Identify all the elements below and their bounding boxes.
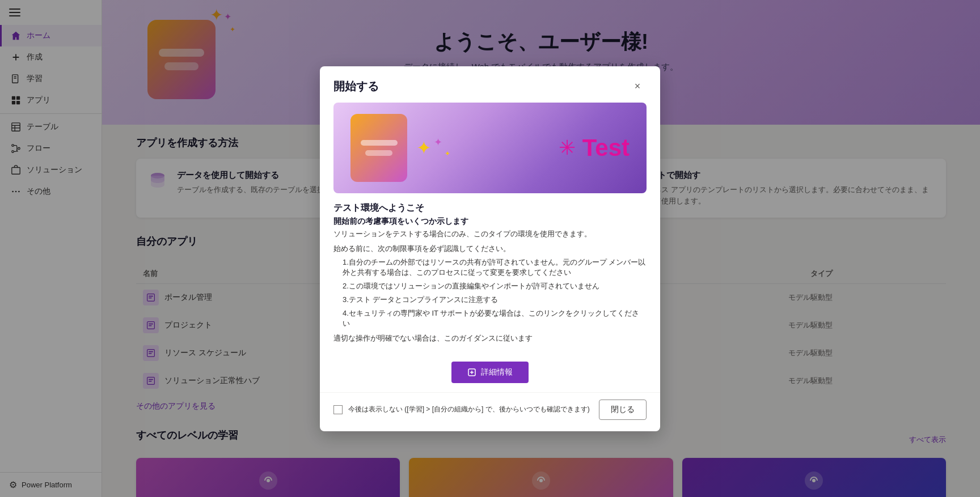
footer-checkbox[interactable] — [333, 405, 343, 414]
dialog-section-sub: 開始前の考慮事項をいくつか示します — [333, 216, 647, 227]
dialog-title: 開始する — [333, 79, 379, 94]
dialog-guidance: 適切な操作が明確でない場合は、このガイダンスに従います — [333, 333, 647, 343]
banner-sparkle-large: ✦ — [416, 137, 432, 159]
banner-bar-2 — [365, 150, 392, 156]
dialog-header: 開始する × — [320, 66, 660, 103]
dialog-banner-left: ✦ ✦ ✦ — [350, 114, 450, 182]
dialog-banner-phone — [350, 114, 407, 182]
banner-sparkle-small: ✦ — [434, 136, 442, 148]
list-item: 3.テスト データとコンプライアンスに注意する — [333, 295, 647, 305]
dialog-banner: ✦ ✦ ✦ ✳ Test — [333, 103, 647, 193]
dialog-close-button[interactable]: × — [628, 78, 647, 96]
list-item: 1.自分のチームの外部ではリソースの共有が許可されていません。元のグループ メン… — [333, 257, 647, 278]
dialog-close-footer-button[interactable]: 閉じる — [599, 400, 647, 420]
banner-bar-1 — [361, 140, 398, 146]
list-item: 4.セキュリティの専門家や IT サポートが必要な場合は、このリンクをクリックし… — [333, 308, 647, 329]
dialog-details-button[interactable]: 詳細情報 — [451, 362, 529, 383]
dialog-banner-right: ✳ Test — [559, 134, 630, 162]
modal-overlay[interactable]: 開始する × ✦ ✦ ✦ ✳ Test テスト環境へようこそ 開始前の考慮事項を… — [0, 0, 980, 497]
dialog-list: 1.自分のチームの外部ではリソースの共有が許可されていません。元のグループ メン… — [333, 257, 647, 329]
dialog-details-label: 詳細情報 — [481, 367, 513, 377]
dialog-actions: 詳細情報 — [320, 362, 660, 383]
dialog-note: 始める前に、次の制限事項を必ず認識してください。 — [333, 244, 647, 254]
banner-logo-icon: ✳ — [559, 136, 576, 160]
footer-checkbox-label: 今後は表示しない ([学習] > [自分の組織から] で、後からいつでも確認でき… — [348, 405, 590, 414]
list-item: 2.この環境ではソリューションの直接編集やインポートが許可されていません — [333, 281, 647, 291]
banner-sparkle-tiny: ✦ — [445, 150, 450, 158]
banner-test-label: Test — [582, 134, 630, 162]
dialog-intro: ソリューションをテストする場合にのみ、このタイプの環境を使用できます。 — [333, 229, 647, 239]
footer-checkbox-area: 今後は表示しない ([学習] > [自分の組織から] で、後からいつでも確認でき… — [333, 405, 590, 414]
dialog-body: テスト環境へようこそ 開始前の考慮事項をいくつか示します ソリューションをテスト… — [320, 193, 660, 362]
dialog: 開始する × ✦ ✦ ✦ ✳ Test テスト環境へようこそ 開始前の考慮事項を… — [320, 66, 660, 431]
dialog-section-title: テスト環境へようこそ — [333, 202, 647, 214]
dialog-footer: 今後は表示しない ([学習] > [自分の組織から] で、後からいつでも確認でき… — [320, 392, 660, 431]
